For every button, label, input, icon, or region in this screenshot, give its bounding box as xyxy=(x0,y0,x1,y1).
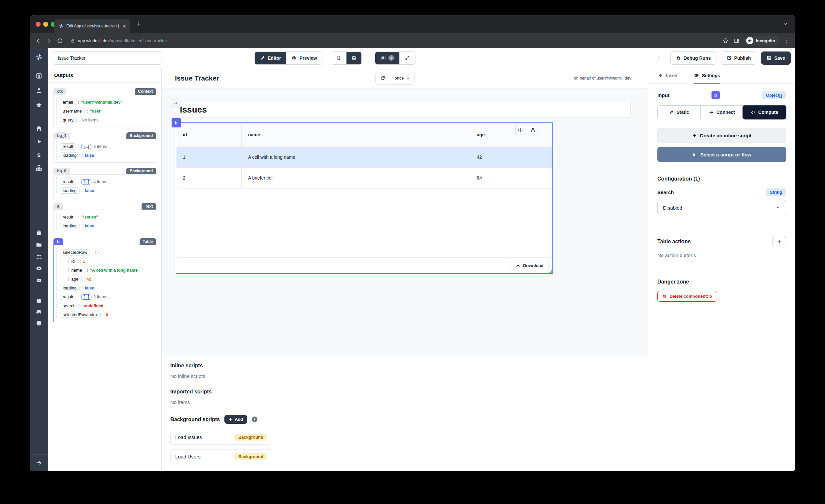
app-name-input[interactable] xyxy=(53,52,162,65)
users-icon[interactable] xyxy=(35,253,42,260)
star-icon[interactable] xyxy=(35,102,42,108)
app-grid-icon[interactable] xyxy=(35,73,42,79)
close-tab-icon[interactable] xyxy=(122,23,127,29)
table-cell[interactable]: 84 xyxy=(470,168,552,189)
editor-mode-button[interactable]: Editor xyxy=(255,52,286,64)
output-key[interactable]: search xyxy=(60,303,79,309)
output-key[interactable]: loading xyxy=(60,223,80,229)
address-bar[interactable]: app.windmill.dev/apps/edit/u/user/issue-… xyxy=(70,38,718,44)
output-key[interactable]: loading xyxy=(60,188,80,194)
dollar-icon[interactable]: $ xyxy=(35,151,42,158)
search-mode-select[interactable]: Disabled xyxy=(657,200,786,215)
create-inline-script-button[interactable]: Create an inline script xyxy=(657,128,786,143)
desktop-view-button[interactable] xyxy=(346,52,361,64)
output-key[interactable]: loading xyxy=(60,285,80,291)
windmill-logo[interactable] xyxy=(30,48,48,66)
output-key[interactable]: selectedRow xyxy=(60,249,90,256)
table-cell[interactable]: 2 xyxy=(176,168,241,189)
app-canvas[interactable]: a Issues b xyxy=(162,88,648,356)
table-cell[interactable]: A briefer cell xyxy=(241,168,470,189)
component-id-tag[interactable]: bg_0 xyxy=(54,168,70,174)
hide-bars-button[interactable]: |0| i xyxy=(375,52,399,64)
select-script-button[interactable]: Select a script or flow xyxy=(657,147,786,162)
output-key[interactable]: name xyxy=(68,267,85,273)
discord-icon[interactable] xyxy=(35,309,42,315)
output-key[interactable]: age xyxy=(68,276,81,282)
anchor-component-button[interactable] xyxy=(528,125,538,135)
component-id-tag[interactable]: b xyxy=(54,238,63,245)
output-key[interactable]: id xyxy=(68,258,78,264)
component-id-tag[interactable]: bg_1 xyxy=(54,132,70,139)
add-table-action-button[interactable] xyxy=(772,236,786,247)
output-key[interactable]: query xyxy=(60,117,77,123)
table-header-cell[interactable]: id xyxy=(176,123,241,147)
briefcase-icon[interactable] xyxy=(35,229,42,236)
move-component-button[interactable] xyxy=(516,125,525,135)
user-icon[interactable] xyxy=(35,87,42,94)
table-header-cell[interactable]: age xyxy=(470,123,552,147)
robot-icon[interactable] xyxy=(35,277,42,284)
home-icon[interactable] xyxy=(35,125,42,132)
more-options-icon[interactable] xyxy=(656,55,662,61)
back-icon[interactable] xyxy=(35,38,41,44)
component-tag-b[interactable]: b xyxy=(172,118,181,127)
table-component[interactable]: b idnameage 1A cell with a long name422A… xyxy=(176,123,553,274)
save-button[interactable]: Save xyxy=(761,52,791,65)
compute-mode-button[interactable]: Compute xyxy=(743,105,786,120)
cubes-icon[interactable] xyxy=(35,165,42,171)
heading-component[interactable]: a Issues xyxy=(175,102,630,118)
table-row[interactable]: 1A cell with a long name42 xyxy=(176,147,552,168)
background-script-card[interactable]: Load UsersBackground xyxy=(170,449,272,464)
delete-component-button[interactable]: Delete component: b xyxy=(657,291,717,302)
background-script-card[interactable]: Load IssuesBackground xyxy=(170,430,272,445)
tab-insert[interactable]: Insert xyxy=(658,68,677,83)
book-icon[interactable] xyxy=(35,297,42,304)
output-key[interactable]: email xyxy=(60,99,76,105)
output-key[interactable]: result xyxy=(60,294,76,300)
play-icon[interactable] xyxy=(35,138,42,145)
tab-settings[interactable]: Settings xyxy=(694,68,720,83)
side-panel-icon[interactable] xyxy=(733,38,740,44)
new-tab-button[interactable] xyxy=(136,21,142,27)
refresh-mode-dropdown[interactable]: once xyxy=(390,72,414,84)
connect-mode-button[interactable]: Connect xyxy=(700,105,743,119)
mobile-view-button[interactable] xyxy=(331,52,346,64)
forward-icon[interactable] xyxy=(46,38,52,44)
static-mode-button[interactable]: Static xyxy=(658,105,700,119)
output-key[interactable]: username xyxy=(60,108,85,114)
download-button[interactable]: Download xyxy=(511,261,548,270)
output-key[interactable]: selectedRowIndex xyxy=(60,311,101,318)
eye-icon[interactable] xyxy=(35,265,42,272)
table-cell[interactable]: 1 xyxy=(176,147,241,168)
expand-sidebar-icon[interactable] xyxy=(35,459,42,466)
tab-list-chevron-icon[interactable] xyxy=(783,21,788,27)
table-cell[interactable]: 42 xyxy=(470,147,552,168)
table-cell[interactable]: A cell with a long name xyxy=(241,147,470,168)
reload-icon[interactable] xyxy=(57,38,63,44)
output-key[interactable]: result xyxy=(60,214,76,220)
component-tag-a[interactable]: a xyxy=(171,98,180,107)
resize-handle[interactable] xyxy=(549,270,552,273)
component-id-tag[interactable]: a xyxy=(54,203,63,210)
array-expand-pill[interactable]: [...] xyxy=(81,294,91,300)
minimize-window-button[interactable] xyxy=(43,22,48,27)
github-icon[interactable] xyxy=(35,320,42,327)
table-header-cell[interactable]: name xyxy=(241,123,470,147)
output-key[interactable]: loading xyxy=(60,152,80,158)
output-key[interactable]: result xyxy=(60,178,76,185)
table-row[interactable]: 2A briefer cell84 xyxy=(176,168,552,189)
browser-tab[interactable]: Edit App u/user/issue-tracker | xyxy=(54,19,130,33)
preview-mode-button[interactable]: Preview xyxy=(286,52,322,64)
component-id-tag[interactable]: ctx xyxy=(54,88,66,95)
fullscreen-button[interactable] xyxy=(399,52,415,64)
debug-runs-button[interactable]: Debug Runs xyxy=(670,52,716,65)
folder-icon[interactable] xyxy=(35,241,42,248)
refresh-button[interactable] xyxy=(376,72,390,84)
collapse-pill[interactable]: - xyxy=(95,250,102,255)
bookmark-star-icon[interactable] xyxy=(722,38,729,44)
add-background-script-button[interactable]: Add xyxy=(224,415,247,424)
close-window-button[interactable] xyxy=(35,22,41,27)
publish-button[interactable]: Publish xyxy=(721,52,757,65)
output-key[interactable]: result xyxy=(60,143,76,149)
array-expand-pill[interactable]: [...] xyxy=(81,144,91,149)
